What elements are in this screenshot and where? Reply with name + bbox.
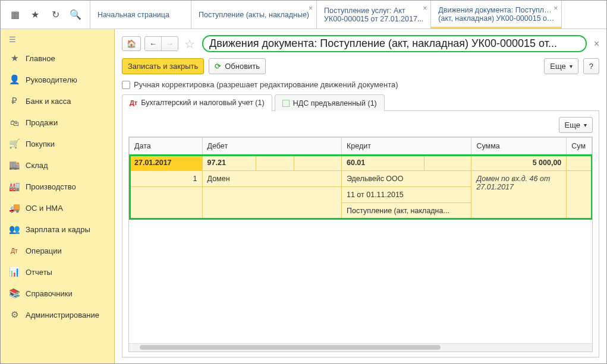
close-icon[interactable]: × [553, 4, 558, 12]
sidebar-item-label: Продажи [26, 118, 58, 127]
col-debit[interactable]: Дебет [202, 138, 341, 155]
refresh-button[interactable]: ⟳ Обновить [209, 58, 266, 74]
cell-amount: 5 000,00 [471, 155, 567, 171]
sidebar-item-main[interactable]: ★Главное [1, 48, 114, 69]
sidebar-item-label: ОС и НМА [26, 204, 63, 213]
col-amount2[interactable]: Сум [567, 138, 592, 155]
manual-edit-label: Ручная корректировка (разрешает редактир… [134, 80, 398, 89]
dtkt-icon: Дт [130, 99, 137, 106]
sidebar-item-manager[interactable]: 👤Руководителю [1, 69, 114, 90]
back-button[interactable]: ← [145, 37, 162, 50]
table-row[interactable]: 27.01.2017 97.21 60.01 5 000,00 [130, 155, 592, 171]
subtab-label: Бухгалтерский и налоговый учет (1) [141, 99, 264, 107]
cell-debit-sub: Домен [202, 171, 341, 187]
subtab-vat[interactable]: НДС предъявленный (1) [275, 94, 385, 111]
refresh-icon: ⟳ [215, 62, 221, 71]
star-icon[interactable]: ★ [29, 9, 41, 21]
page-title: Движения документа: Поступление (акт, на… [209, 37, 557, 50]
apps-icon[interactable]: ▦ [9, 9, 21, 21]
sidebar-item-operations[interactable]: ДтОперации [1, 240, 114, 261]
cell-credit-acc: 60.01 [341, 155, 424, 171]
sidebar-item-reports[interactable]: 📊Отчеты [1, 261, 114, 283]
table-row[interactable]: 1 Домен Эдельвейс ООО Домен по вх.д. 46 … [130, 171, 592, 187]
sidebar-item-catalogs[interactable]: 📚Справочники [1, 283, 114, 304]
sidebar-item-label: Администрирование [26, 311, 99, 319]
cell-debit-acc: 97.21 [202, 155, 256, 171]
search-icon[interactable]: 🔍 [70, 9, 81, 21]
sidebar-item-label: Отчеты [26, 268, 52, 277]
save-close-button[interactable]: Записать и закрыть [122, 58, 204, 74]
col-credit[interactable]: Кредит [341, 138, 471, 155]
cell-empty [130, 187, 203, 219]
manual-edit-checkbox[interactable] [122, 81, 130, 89]
col-date[interactable]: Дата [130, 138, 203, 155]
books-icon: 📚 [9, 288, 20, 299]
sidebar-item-assets[interactable]: 🚚ОС и НМА [1, 197, 114, 219]
chevron-down-icon: ▾ [570, 63, 573, 69]
sidebar-item-label: Руководителю [26, 75, 77, 84]
sidebar-item-bank[interactable]: ₽Банк и касса [1, 90, 114, 112]
cell-credit-sub: Эдельвейс ООО [341, 171, 471, 187]
sidebar-item-production[interactable]: 🏭Производство [1, 176, 114, 197]
tab-home[interactable]: Начальная страница [90, 1, 191, 29]
cell-empty [424, 155, 471, 171]
sidebar-item-label: Покупки [26, 140, 55, 148]
posting-row-highlight: 27.01.2017 97.21 60.01 5 000,00 1 Домен [130, 155, 592, 219]
close-page-button[interactable]: × [594, 39, 599, 49]
cell-empty [256, 155, 294, 171]
sidebar: ☰ ★Главное 👤Руководителю ₽Банк и касса 🛍… [1, 29, 115, 363]
cell-empty [567, 171, 592, 219]
cell-empty [294, 155, 342, 171]
sidebar-item-payroll[interactable]: 👥Зарплата и кадры [1, 219, 114, 240]
window-tabs: Начальная страница Поступление (акты, на… [90, 1, 606, 29]
sidebar-item-sales[interactable]: 🛍Продажи [1, 112, 114, 133]
person-icon: 👤 [9, 74, 20, 85]
sidebar-item-label: Склад [26, 161, 48, 170]
people-icon: 👥 [9, 224, 20, 235]
postings-grid[interactable]: Дата Дебет Кредит Сумма Сум 27.01.2017 9… [129, 137, 592, 219]
sidebar-item-label: Справочники [26, 289, 73, 298]
register-icon [282, 100, 290, 107]
cell-credit-sub: 11 от 01.11.2015 [341, 187, 471, 203]
sidebar-item-stock[interactable]: 🏬Склад [1, 154, 114, 176]
horizontal-scrollbar[interactable] [129, 343, 592, 352]
truck-icon: 🚚 [9, 202, 20, 213]
more-button[interactable]: Еще ▾ [544, 58, 578, 74]
sidebar-item-label: Операции [26, 246, 62, 255]
more-label: Еще [550, 62, 565, 71]
chart-icon: 📊 [9, 267, 20, 277]
cell-seq: 1 [130, 171, 203, 187]
bag-icon: 🛍 [9, 117, 20, 128]
tab-receipt-act[interactable]: Поступление услуг: Акт УК00-000015 от 27… [317, 1, 431, 29]
more-label: Еще [565, 121, 580, 129]
col-amount[interactable]: Сумма [471, 138, 567, 155]
close-icon[interactable]: × [423, 4, 427, 12]
forward-button[interactable]: → [162, 37, 178, 50]
sidebar-item-label: Зарплата и кадры [26, 225, 90, 234]
menu-icon[interactable]: ☰ [1, 29, 114, 48]
close-icon[interactable]: × [309, 4, 313, 12]
tab-movements[interactable]: Движения документа: Поступление (акт, на… [431, 1, 562, 29]
chevron-down-icon: ▾ [584, 122, 587, 128]
tab-receipts[interactable]: Поступление (акты, накладные) × [191, 1, 317, 29]
sidebar-item-label: Банк и касса [26, 97, 71, 106]
subtab-label: НДС предъявленный (1) [293, 99, 377, 107]
cell-credit-sub: Поступление (акт, накладна... [341, 203, 471, 219]
gear-icon: ⚙ [9, 309, 20, 320]
refresh-label: Обновить [225, 62, 260, 71]
sidebar-item-admin[interactable]: ⚙Администрирование [1, 304, 114, 325]
subtab-accounting[interactable]: Дт Бухгалтерский и налоговый учет (1) [122, 94, 272, 111]
history-icon[interactable]: ↻ [49, 9, 61, 21]
home-button[interactable]: 🏠 [122, 36, 141, 51]
cell-empty [202, 187, 341, 219]
dtkt-icon: Дт [9, 245, 20, 256]
help-button[interactable]: ? [583, 58, 599, 74]
cell-note: Домен по вх.д. 46 от 27.01.2017 [471, 171, 567, 219]
star-icon: ★ [9, 53, 20, 64]
sidebar-item-purchases[interactable]: 🛒Покупки [1, 133, 114, 154]
cell-empty [567, 155, 592, 171]
warehouse-icon: 🏬 [9, 160, 20, 170]
grid-more-button[interactable]: Еще ▾ [559, 117, 593, 133]
favorite-icon[interactable]: ☆ [184, 37, 195, 51]
sidebar-item-label: Главное [26, 54, 55, 63]
